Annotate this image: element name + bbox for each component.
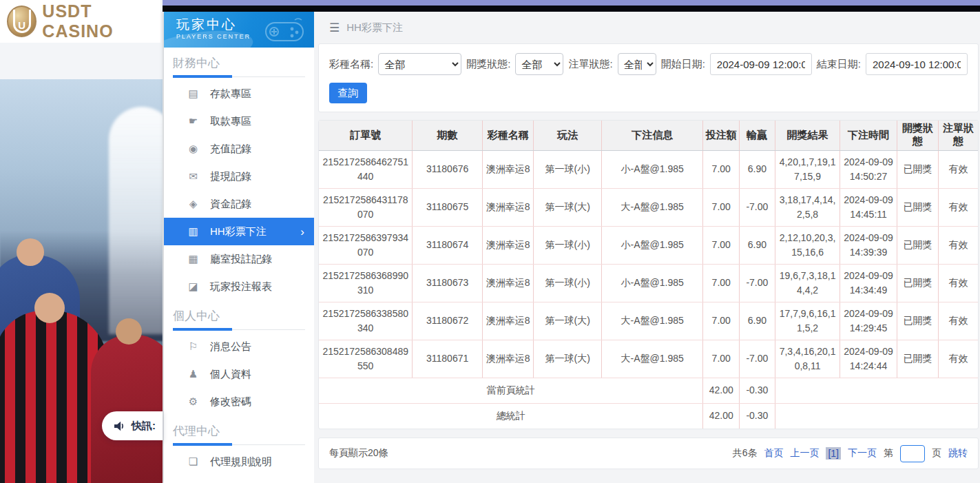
draw-status-select[interactable]: 全部 <box>515 53 563 75</box>
cell-period: 31180676 <box>413 150 482 188</box>
sidebar-item[interactable]: ▦ 廳室投註記錄 <box>164 245 314 273</box>
lottery-bet-icon: ▥ <box>187 225 200 238</box>
jump-action-link[interactable]: 跳转 <box>948 447 968 460</box>
sidebar-item-label: 存款專區 <box>210 88 251 101</box>
cell-period: 31180672 <box>413 302 482 340</box>
withdraw-hand-icon: ☛ <box>187 115 200 127</box>
order-status-select[interactable]: 全部 <box>618 53 656 75</box>
sidebar-item-label: 玩家投注報表 <box>210 280 272 294</box>
cell-bet-time: 2024-09-09 14:24:44 <box>840 340 897 378</box>
current-page-indicator[interactable]: [1] <box>826 447 841 460</box>
player-red-figure <box>91 335 163 483</box>
start-date-input[interactable] <box>710 53 812 75</box>
cell-order-status: 有效 <box>939 264 978 302</box>
next-page-link[interactable]: 下一页 <box>848 447 877 460</box>
page-summary-row: 當前頁統計 42.00 -0.30 <box>319 378 978 403</box>
cell-draw-result: 3,18,17,4,14,2,5,8 <box>775 188 840 226</box>
cell-bet-info: 大-A盤@1.985 <box>602 340 703 378</box>
chevron-right-icon: › <box>300 226 304 238</box>
sidebar-item[interactable]: ◈ 資金記錄 <box>164 190 314 218</box>
sidebar-item[interactable]: ❏ 代理規則說明 <box>164 448 314 475</box>
profile-person-icon: ♟ <box>187 368 200 380</box>
total-count-text: 共6条 <box>733 447 758 460</box>
end-date-input[interactable] <box>866 53 968 75</box>
sidebar-item[interactable]: ⚙ 修改密碼 <box>164 388 314 415</box>
prev-page-link[interactable]: 上一页 <box>790 447 819 460</box>
recharge-record-icon: ◉ <box>187 143 200 155</box>
cell-draw-result: 4,20,1,7,19,17,15,9 <box>775 150 840 188</box>
sidebar-item[interactable]: ◪ 玩家投注報表 <box>164 273 314 300</box>
group-title: 個人中心 <box>173 308 305 330</box>
cell-win-loss: -7.00 <box>740 340 775 378</box>
top-purple-strip <box>163 0 980 6</box>
column-header: 下注時間 <box>840 121 897 150</box>
cell-play: 第一球(大) <box>534 188 602 226</box>
sidebar-item[interactable]: ▥ HH彩票下注 › <box>164 218 314 245</box>
page-jump-input[interactable] <box>900 445 925 462</box>
cell-bet-amount: 7.00 <box>703 264 740 302</box>
first-page-link[interactable]: 首页 <box>764 447 783 460</box>
filter-panel: 彩種名稱: 全部 開獎狀態: 全部 注單狀態: 全部 開始日期: 結束日期: 查… <box>318 43 979 112</box>
sidebar-item-label: 廳室投註記錄 <box>210 253 272 266</box>
table-row[interactable]: 2152172586431178070 31180675 澳洲幸运8 第一球(大… <box>319 188 978 226</box>
cell-order-id: 2152172586397934070 <box>319 226 413 264</box>
column-header: 玩法 <box>534 121 602 150</box>
funds-record-icon: ◈ <box>187 198 200 210</box>
table-row[interactable]: 2152172586462751440 31180676 澳洲幸运8 第一球(小… <box>319 150 978 188</box>
cell-draw-status: 已開獎 <box>897 188 938 226</box>
sidebar-item-label: 修改密碼 <box>210 395 251 409</box>
cell-draw-result: 7,3,4,16,20,10,8,11 <box>775 340 840 378</box>
group-title: 財務中心 <box>173 55 305 77</box>
page-title: HH彩票下注 <box>346 21 403 34</box>
sidebar-item[interactable]: ⚐ 消息公告 <box>164 333 314 360</box>
news-ticker[interactable]: 快訊: <box>102 411 163 440</box>
bets-table-panel: 訂單號期數彩種名稱玩法下注信息投注額輸贏開獎結果下注時間開獎狀態注單狀態 215… <box>318 120 979 429</box>
sidebar: 玩家中心 PLAYERS CENTER 財務中心 ▤ 存款專區 ☛ <box>164 12 314 483</box>
cell-play: 第一球(小) <box>534 226 602 264</box>
sidebar-item[interactable]: ◉ 充值記錄 <box>164 135 314 163</box>
column-header: 彩種名稱 <box>482 121 534 150</box>
cell-draw-status: 已開獎 <box>897 264 938 302</box>
cell-period: 31180675 <box>413 188 482 226</box>
cell-bet-time: 2024-09-09 14:39:39 <box>840 226 897 264</box>
cell-bet-amount: 7.00 <box>703 150 740 188</box>
cell-lottery-name: 澳洲幸运8 <box>482 264 534 302</box>
jump-suffix-label: 页 <box>932 447 941 460</box>
cell-order-id: 2152172586368990310 <box>319 264 413 302</box>
cell-draw-status: 已開獎 <box>897 226 938 264</box>
cell-bet-info: 大-A盤@1.985 <box>602 188 703 226</box>
lottery-name-select[interactable]: 全部 <box>378 53 461 75</box>
sidebar-item[interactable]: ☛ 取款專區 <box>164 107 314 135</box>
search-button[interactable]: 查詢 <box>329 83 367 103</box>
cell-bet-time: 2024-09-09 14:34:49 <box>840 264 897 302</box>
jump-prefix-label: 第 <box>884 447 893 460</box>
sidebar-item-label: 代理規則說明 <box>210 455 272 469</box>
sidebar-group-personal: 個人中心 ⚐ 消息公告 ♟ 個人資料 ⚙ 修改密碼 <box>164 308 314 415</box>
password-gear-icon: ⚙ <box>187 395 200 408</box>
sidebar-item[interactable]: ♟ 個人資料 <box>164 360 314 388</box>
table-row[interactable]: 2152172586308489550 31180671 澳洲幸运8 第一球(大… <box>319 340 978 378</box>
cell-win-loss: -7.00 <box>740 188 775 226</box>
table-row[interactable]: 2152172586368990310 31180673 澳洲幸运8 第一球(小… <box>319 264 978 302</box>
sidebar-item-label: 提現記錄 <box>210 170 251 183</box>
sidebar-item[interactable]: ✉ 提現記錄 <box>164 163 314 190</box>
lottery-name-label: 彩種名稱: <box>329 58 373 71</box>
cell-draw-status: 已開獎 <box>897 150 938 188</box>
table-row[interactable]: 2152172586338580340 31180672 澳洲幸运8 第一球(大… <box>319 302 978 340</box>
sidebar-item-label: HH彩票下注 <box>210 225 267 238</box>
sidebar-item[interactable]: ▤ 存款專區 <box>164 80 314 107</box>
agent-rules-doc-icon: ❏ <box>187 455 200 468</box>
top-dark-strip <box>163 6 980 12</box>
hamburger-menu-icon[interactable]: ☰ <box>329 21 340 35</box>
cell-bet-amount: 7.00 <box>703 302 740 340</box>
cell-bet-time: 2024-09-09 14:45:11 <box>840 188 897 226</box>
cell-draw-status: 已開獎 <box>897 340 938 378</box>
order-status-label: 注單狀態: <box>568 58 612 71</box>
table-row[interactable]: 2152172586397934070 31180674 澳洲幸运8 第一球(小… <box>319 226 978 264</box>
cell-period: 31180673 <box>413 264 482 302</box>
coin-logo-icon: U <box>7 6 37 37</box>
column-header: 輸贏 <box>740 121 775 150</box>
end-date-label: 結束日期: <box>817 58 861 71</box>
cell-order-id: 2152172586462751440 <box>319 150 413 188</box>
cell-win-loss: -7.00 <box>740 264 775 302</box>
